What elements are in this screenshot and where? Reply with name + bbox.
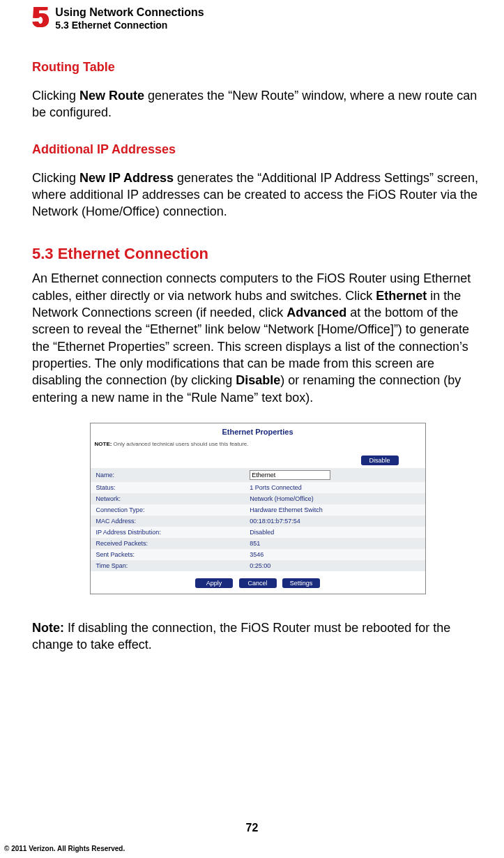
table-row: Time Span: 0:25:00 [91,560,425,571]
row-value: Hardware Ethernet Switch [244,504,425,515]
row-value: 1 Ports Connected [244,482,425,493]
table-row: Received Packets: 851 [91,538,425,549]
name-input[interactable] [250,470,330,480]
chapter-header: 5 Using Network Connections 5.3 Ethernet… [32,6,490,32]
chapter-number: 5 [32,3,47,32]
table-row: Status: 1 Ports Connected [91,482,425,493]
table-row: Network: Network (Home/Office) [91,493,425,504]
row-value: 851 [244,538,425,549]
row-label: Received Packets: [91,538,245,549]
bold-text: Disable [236,373,280,387]
table-row: MAC Address: 00:18:01:b7:57:54 [91,515,425,527]
row-label: Status: [91,482,245,493]
page-number: 72 [0,822,504,834]
additional-ip-heading: Additional IP Addresses [32,142,483,157]
table-row: Sent Packets: 3546 [91,549,425,560]
note-bold-label: Note: [32,621,64,635]
bold-text: New IP Address [79,171,174,185]
bold-text: Advanced [287,306,346,319]
note-text: Only advanced technical users should use… [112,441,248,447]
table-row: Name: [91,468,425,482]
row-value: 3546 [244,549,425,560]
note-body: If disabling the connection, the FiOS Ro… [32,621,450,652]
row-value: Disabled [244,527,425,538]
row-label: IP Address Distribution: [91,527,245,538]
settings-button[interactable]: Settings [282,578,320,588]
ethernet-connection-paragraph: An Ethernet connection connects computer… [32,270,483,405]
ethernet-connection-heading: 5.3 Ethernet Connection [32,245,483,263]
text-span: Clicking [32,171,79,185]
table-row: Connection Type: Hardware Ethernet Switc… [91,504,425,515]
disable-button[interactable]: Disable [361,456,399,465]
text-span: Clicking [32,89,79,103]
row-label: Network: [91,493,245,504]
screenshot-title: Ethernet Properties [91,423,425,439]
routing-table-paragraph: Clicking New Route generates the “New Ro… [32,87,483,121]
copyright-text: © 2011 Verizon. All Rights Reserved. [4,845,125,852]
bold-text: Ethernet [376,289,427,303]
row-label: Name: [91,468,245,482]
chapter-title: Using Network Connections [55,6,204,19]
row-label: Time Span: [91,560,245,571]
additional-ip-paragraph: Clicking New IP Address generates the “A… [32,170,483,220]
routing-table-heading: Routing Table [32,60,483,75]
apply-button[interactable]: Apply [195,578,233,588]
row-value: Network (Home/Office) [244,493,425,504]
properties-table: Name: Status: 1 Ports Connected Network:… [91,468,425,571]
row-value: 0:25:00 [244,560,425,571]
chapter-subtitle: 5.3 Ethernet Connection [55,19,204,31]
row-label: Sent Packets: [91,549,245,560]
row-value: 00:18:01:b7:57:54 [244,515,425,527]
screenshot-note: NOTE: Only advanced technical users shou… [91,439,425,453]
row-label: MAC Address: [91,515,245,527]
bold-text: New Route [79,89,144,103]
ethernet-properties-screenshot: Ethernet Properties NOTE: Only advanced … [90,423,426,594]
note-paragraph: Note: If disabling the connection, the F… [32,619,483,654]
cancel-button[interactable]: Cancel [239,578,277,588]
table-row: IP Address Distribution: Disabled [91,527,425,538]
chapter-title-block: Using Network Connections 5.3 Ethernet C… [55,6,204,31]
row-label: Connection Type: [91,504,245,515]
note-label: NOTE: [95,441,112,447]
